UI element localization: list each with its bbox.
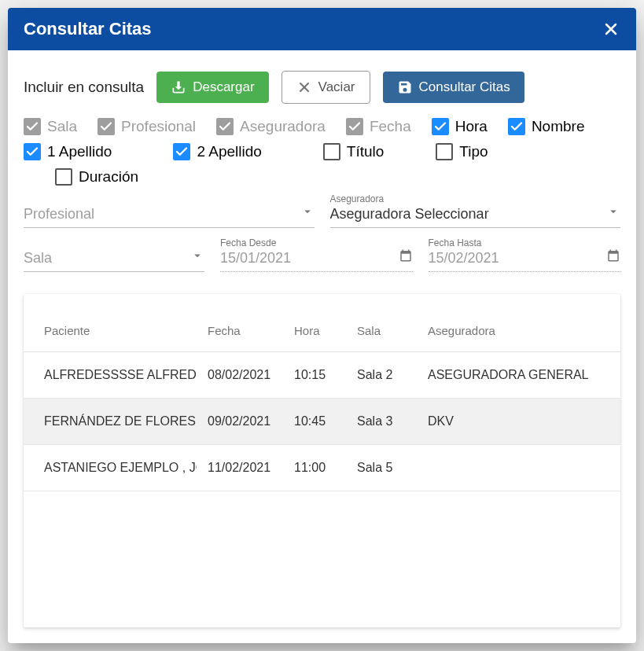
col-sala: Sala [346, 294, 417, 352]
check-aseguradora: Aseguradora [216, 118, 326, 135]
chevron-down-icon [606, 204, 620, 222]
check-tipo[interactable]: Tipo [436, 143, 488, 160]
checkbox-icon [508, 118, 525, 135]
cell-fecha: 09/02/2021 [197, 398, 283, 444]
cell-hora: 10:15 [283, 351, 346, 398]
check-apellido2[interactable]: 2 Apellido [173, 143, 261, 160]
cell-aseguradora [417, 444, 620, 491]
check-apellido1[interactable]: 1 Apellido [24, 143, 112, 160]
sala-input[interactable] [24, 241, 204, 272]
consult-label: Consultar Citas [419, 78, 510, 97]
download-button[interactable]: Descargar [156, 72, 268, 103]
check-label: Tipo [459, 143, 488, 160]
col-paciente: Paciente [24, 294, 197, 352]
results-table: Paciente Fecha Hora Sala Aseguradora ALF… [24, 294, 620, 491]
checkbox-icon [24, 118, 41, 135]
col-fecha: Fecha [197, 294, 283, 352]
sala-field[interactable] [24, 241, 204, 272]
table-header-row: Paciente Fecha Hora Sala Aseguradora [24, 294, 620, 352]
aseguradora-field[interactable]: Aseguradora [330, 197, 621, 228]
cell-sala: Sala 2 [346, 351, 417, 398]
dialog-title: Consultar Citas [24, 19, 152, 39]
check-label: Fecha [370, 118, 411, 135]
close-button[interactable] [602, 20, 620, 39]
cell-hora: 10:45 [283, 398, 346, 444]
cell-fecha: 11/02/2021 [197, 444, 283, 491]
action-row: Incluir en consulta Descargar Vaciar Con… [24, 71, 620, 104]
checkbox-icon [98, 118, 115, 135]
check-label: Profesional [121, 118, 196, 135]
check-sala: Sala [24, 118, 77, 135]
dialog-body: Incluir en consulta Descargar Vaciar Con… [8, 50, 636, 643]
checkbox-icon [432, 118, 449, 135]
check-label: Sala [47, 118, 77, 135]
cell-paciente: FERNÁNDEZ DE FLORES , DIEGO [24, 398, 197, 444]
cell-sala: Sala 3 [346, 398, 417, 444]
col-aseguradora: Aseguradora [417, 294, 620, 352]
chevron-down-icon [190, 248, 204, 266]
fields-row-2: Fecha Desde Fecha Hasta [24, 241, 620, 272]
fecha-desde-label: Fecha Desde [220, 237, 276, 248]
fecha-hasta-field[interactable]: Fecha Hasta [429, 241, 621, 272]
fecha-hasta-label: Fecha Hasta [429, 237, 482, 248]
profesional-input[interactable] [24, 197, 315, 228]
check-label: Nombre [532, 118, 585, 135]
aseguradora-label: Aseguradora [330, 193, 385, 204]
checkbox-icon [216, 118, 234, 135]
cell-paciente: ASTANIEGO EJEMPLO , JOSEFINA [24, 444, 197, 491]
check-label: 1 Apellido [47, 143, 112, 160]
check-label: Hora [455, 118, 488, 135]
checkbox-icon [55, 168, 72, 186]
cell-paciente: ALFREDESSSSE ALFREDO , ALFREDO [24, 351, 197, 398]
check-nombre[interactable]: Nombre [508, 118, 585, 135]
include-label: Incluir en consulta [24, 79, 144, 96]
check-titulo[interactable]: Título [323, 143, 385, 160]
clear-label: Vaciar [318, 78, 355, 97]
checkbox-icon [346, 118, 363, 135]
consult-dialog: Consultar Citas Incluir en consulta Desc… [8, 8, 636, 643]
checkbox-icon [173, 143, 190, 160]
fields-row-1: Aseguradora [24, 197, 620, 228]
consult-button[interactable]: Consultar Citas [383, 72, 524, 103]
cell-aseguradora: ASEGURADORA GENERAL [417, 351, 620, 398]
dialog-header: Consultar Citas [8, 8, 636, 50]
clear-button[interactable]: Vaciar [282, 71, 370, 104]
cell-fecha: 08/02/2021 [197, 351, 283, 398]
checkbox-grid: Sala Profesional Aseguradora Fecha Hora … [24, 118, 620, 189]
calendar-icon [399, 248, 413, 266]
profesional-field[interactable] [24, 197, 315, 228]
close-icon [602, 20, 620, 39]
check-fecha: Fecha [346, 118, 411, 135]
fecha-desde-field[interactable]: Fecha Desde [220, 241, 413, 272]
table-row[interactable]: ASTANIEGO EJEMPLO , JOSEFINA 11/02/2021 … [24, 444, 620, 491]
check-hora[interactable]: Hora [432, 118, 488, 135]
check-profesional: Profesional [98, 118, 196, 135]
checkbox-icon [323, 143, 340, 160]
save-icon [397, 79, 413, 95]
cell-hora: 11:00 [283, 444, 346, 491]
check-duracion[interactable]: Duración [55, 168, 138, 186]
cell-sala: Sala 5 [346, 444, 417, 491]
col-hora: Hora [283, 294, 346, 352]
check-label: Título [347, 143, 385, 160]
chevron-down-icon [300, 204, 315, 222]
check-label: Duración [79, 168, 138, 186]
check-label: 2 Apellido [197, 143, 261, 160]
download-icon [171, 79, 186, 95]
check-label: Aseguradora [240, 118, 326, 135]
checkbox-icon [24, 143, 41, 160]
checkbox-icon [436, 143, 453, 160]
clear-icon [296, 79, 312, 95]
download-label: Descargar [193, 78, 254, 97]
cell-aseguradora: DKV [417, 398, 620, 444]
calendar-icon [606, 248, 620, 266]
table-scroll[interactable]: Paciente Fecha Hora Sala Aseguradora ALF… [24, 294, 620, 627]
table-row[interactable]: FERNÁNDEZ DE FLORES , DIEGO 09/02/2021 1… [24, 398, 620, 444]
results-table-card: Paciente Fecha Hora Sala Aseguradora ALF… [24, 294, 620, 627]
table-row[interactable]: ALFREDESSSSE ALFREDO , ALFREDO 08/02/202… [24, 351, 620, 398]
